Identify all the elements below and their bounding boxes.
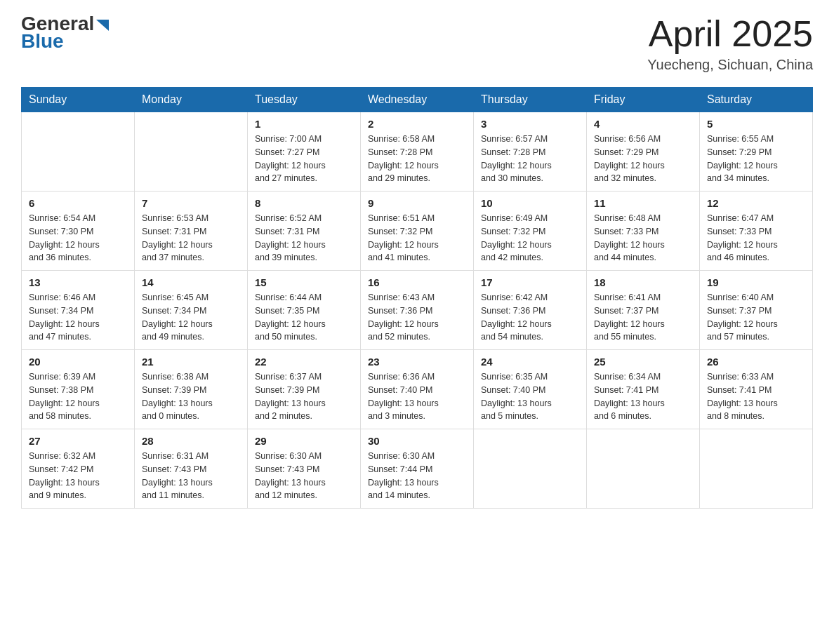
calendar-cell: 25Sunrise: 6:34 AMSunset: 7:41 PMDayligh… [587, 350, 700, 429]
day-info: Sunrise: 6:40 AMSunset: 7:37 PMDaylight:… [707, 291, 805, 344]
calendar-cell: 16Sunrise: 6:43 AMSunset: 7:36 PMDayligh… [361, 271, 474, 350]
calendar-cell: 14Sunrise: 6:45 AMSunset: 7:34 PMDayligh… [135, 271, 248, 350]
weekday-header-saturday: Saturday [700, 88, 813, 112]
day-info: Sunrise: 6:41 AMSunset: 7:37 PMDaylight:… [594, 291, 692, 344]
day-number: 21 [142, 356, 240, 368]
day-info: Sunrise: 6:48 AMSunset: 7:33 PMDaylight:… [594, 212, 692, 264]
calendar-cell: 22Sunrise: 6:37 AMSunset: 7:39 PMDayligh… [248, 350, 361, 429]
day-info: Sunrise: 6:37 AMSunset: 7:39 PMDaylight:… [255, 370, 353, 423]
page-header: General Blue April 2025 Yuecheng, Sichua… [21, 14, 813, 73]
month-year-title: April 2025 [647, 14, 813, 54]
day-info: Sunrise: 6:53 AMSunset: 7:31 PMDaylight:… [142, 212, 240, 264]
weekday-header-sunday: Sunday [22, 88, 135, 112]
day-number: 12 [707, 197, 805, 209]
day-number: 23 [368, 356, 466, 368]
day-number: 7 [142, 197, 240, 209]
logo-triangle-icon [95, 17, 110, 32]
day-number: 20 [29, 356, 127, 368]
calendar-cell: 26Sunrise: 6:33 AMSunset: 7:41 PMDayligh… [700, 350, 813, 429]
day-number: 26 [707, 356, 805, 368]
calendar-cell: 3Sunrise: 6:57 AMSunset: 7:28 PMDaylight… [474, 112, 587, 192]
day-info: Sunrise: 6:36 AMSunset: 7:40 PMDaylight:… [368, 370, 466, 423]
day-info: Sunrise: 6:38 AMSunset: 7:39 PMDaylight:… [142, 370, 240, 423]
day-info: Sunrise: 6:43 AMSunset: 7:36 PMDaylight:… [368, 291, 466, 344]
calendar-week-row: 27Sunrise: 6:32 AMSunset: 7:42 PMDayligh… [22, 429, 813, 509]
calendar-cell: 18Sunrise: 6:41 AMSunset: 7:37 PMDayligh… [587, 271, 700, 350]
svg-marker-0 [96, 20, 109, 31]
calendar-cell: 10Sunrise: 6:49 AMSunset: 7:32 PMDayligh… [474, 192, 587, 271]
day-number: 15 [255, 276, 353, 288]
weekday-header-monday: Monday [135, 88, 248, 112]
day-number: 30 [368, 435, 466, 447]
calendar-cell: 15Sunrise: 6:44 AMSunset: 7:35 PMDayligh… [248, 271, 361, 350]
day-info: Sunrise: 6:30 AMSunset: 7:44 PMDaylight:… [368, 450, 466, 502]
calendar-cell: 5Sunrise: 6:55 AMSunset: 7:29 PMDaylight… [700, 112, 813, 192]
day-info: Sunrise: 6:54 AMSunset: 7:30 PMDaylight:… [29, 212, 127, 264]
day-info: Sunrise: 7:00 AMSunset: 7:27 PMDaylight:… [255, 133, 353, 185]
calendar-cell: 20Sunrise: 6:39 AMSunset: 7:38 PMDayligh… [22, 350, 135, 429]
day-info: Sunrise: 6:42 AMSunset: 7:36 PMDaylight:… [481, 291, 579, 344]
weekday-header-tuesday: Tuesday [248, 88, 361, 112]
day-info: Sunrise: 6:34 AMSunset: 7:41 PMDaylight:… [594, 370, 692, 423]
calendar-cell: 9Sunrise: 6:51 AMSunset: 7:32 PMDaylight… [361, 192, 474, 271]
day-number: 8 [255, 197, 353, 209]
day-number: 9 [368, 197, 466, 209]
day-info: Sunrise: 6:49 AMSunset: 7:32 PMDaylight:… [481, 212, 579, 264]
day-info: Sunrise: 6:46 AMSunset: 7:34 PMDaylight:… [29, 291, 127, 344]
day-number: 27 [29, 435, 127, 447]
day-number: 16 [368, 276, 466, 288]
day-info: Sunrise: 6:32 AMSunset: 7:42 PMDaylight:… [29, 450, 127, 502]
day-number: 4 [594, 118, 692, 130]
calendar-cell: 7Sunrise: 6:53 AMSunset: 7:31 PMDaylight… [135, 192, 248, 271]
calendar-cell [700, 429, 813, 509]
calendar-cell: 19Sunrise: 6:40 AMSunset: 7:37 PMDayligh… [700, 271, 813, 350]
day-info: Sunrise: 6:57 AMSunset: 7:28 PMDaylight:… [481, 133, 579, 185]
logo-content: General Blue [21, 14, 110, 53]
day-number: 24 [481, 356, 579, 368]
day-number: 13 [29, 276, 127, 288]
weekday-header-friday: Friday [587, 88, 700, 112]
calendar-week-row: 6Sunrise: 6:54 AMSunset: 7:30 PMDaylight… [22, 192, 813, 271]
day-number: 19 [707, 276, 805, 288]
location-subtitle: Yuecheng, Sichuan, China [647, 57, 813, 73]
calendar-cell [474, 429, 587, 509]
calendar-cell: 23Sunrise: 6:36 AMSunset: 7:40 PMDayligh… [361, 350, 474, 429]
day-info: Sunrise: 6:39 AMSunset: 7:38 PMDaylight:… [29, 370, 127, 423]
day-number: 18 [594, 276, 692, 288]
calendar-cell: 1Sunrise: 7:00 AMSunset: 7:27 PMDaylight… [248, 112, 361, 192]
calendar-cell: 4Sunrise: 6:56 AMSunset: 7:29 PMDaylight… [587, 112, 700, 192]
day-info: Sunrise: 6:58 AMSunset: 7:28 PMDaylight:… [368, 133, 466, 185]
day-number: 22 [255, 356, 353, 368]
day-number: 11 [594, 197, 692, 209]
calendar-cell: 24Sunrise: 6:35 AMSunset: 7:40 PMDayligh… [474, 350, 587, 429]
calendar-cell: 17Sunrise: 6:42 AMSunset: 7:36 PMDayligh… [474, 271, 587, 350]
day-info: Sunrise: 6:55 AMSunset: 7:29 PMDaylight:… [707, 133, 805, 185]
day-info: Sunrise: 6:31 AMSunset: 7:43 PMDaylight:… [142, 450, 240, 502]
day-number: 17 [481, 276, 579, 288]
calendar-week-row: 20Sunrise: 6:39 AMSunset: 7:38 PMDayligh… [22, 350, 813, 429]
day-info: Sunrise: 6:30 AMSunset: 7:43 PMDaylight:… [255, 450, 353, 502]
day-number: 1 [255, 118, 353, 130]
calendar-cell [22, 112, 135, 192]
calendar-cell: 6Sunrise: 6:54 AMSunset: 7:30 PMDaylight… [22, 192, 135, 271]
day-number: 10 [481, 197, 579, 209]
calendar-cell: 28Sunrise: 6:31 AMSunset: 7:43 PMDayligh… [135, 429, 248, 509]
day-info: Sunrise: 6:35 AMSunset: 7:40 PMDaylight:… [481, 370, 579, 423]
day-number: 5 [707, 118, 805, 130]
calendar-table: SundayMondayTuesdayWednesdayThursdayFrid… [21, 87, 813, 509]
day-number: 28 [142, 435, 240, 447]
calendar-cell: 30Sunrise: 6:30 AMSunset: 7:44 PMDayligh… [361, 429, 474, 509]
calendar-cell: 12Sunrise: 6:47 AMSunset: 7:33 PMDayligh… [700, 192, 813, 271]
logo-blue-text: Blue [21, 31, 110, 53]
day-number: 25 [594, 356, 692, 368]
day-info: Sunrise: 6:44 AMSunset: 7:35 PMDaylight:… [255, 291, 353, 344]
calendar-cell: 11Sunrise: 6:48 AMSunset: 7:33 PMDayligh… [587, 192, 700, 271]
day-info: Sunrise: 6:47 AMSunset: 7:33 PMDaylight:… [707, 212, 805, 264]
day-info: Sunrise: 6:52 AMSunset: 7:31 PMDaylight:… [255, 212, 353, 264]
calendar-header-row: SundayMondayTuesdayWednesdayThursdayFrid… [22, 88, 813, 112]
weekday-header-wednesday: Wednesday [361, 88, 474, 112]
title-section: April 2025 Yuecheng, Sichuan, China [647, 14, 813, 73]
calendar-cell: 8Sunrise: 6:52 AMSunset: 7:31 PMDaylight… [248, 192, 361, 271]
calendar-week-row: 13Sunrise: 6:46 AMSunset: 7:34 PMDayligh… [22, 271, 813, 350]
weekday-header-thursday: Thursday [474, 88, 587, 112]
